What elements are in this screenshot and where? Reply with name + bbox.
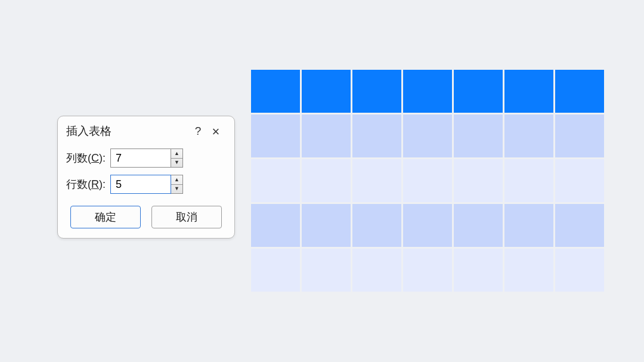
- table-row: [250, 248, 605, 293]
- table-cell: [504, 159, 555, 203]
- table-cell: [402, 69, 453, 114]
- table-cell: [453, 69, 504, 114]
- table-cell: [555, 159, 605, 203]
- table-cell: [250, 159, 301, 203]
- table-cell: [250, 203, 301, 248]
- rows-step-up[interactable]: ▲: [171, 175, 182, 185]
- columns-step-up[interactable]: ▲: [171, 149, 182, 159]
- table-cell: [250, 248, 301, 293]
- table-cell: [504, 248, 555, 293]
- help-icon[interactable]: ?: [189, 125, 207, 138]
- table-cell: [301, 114, 352, 159]
- table-cell: [301, 159, 352, 203]
- table-cell: [402, 248, 453, 293]
- table-cell: [301, 69, 352, 114]
- rows-spinner-buttons: ▲ ▼: [171, 175, 183, 194]
- table-cell: [504, 203, 555, 248]
- table-cell: [301, 203, 352, 248]
- cancel-button[interactable]: 取消: [151, 206, 222, 228]
- table-row: [250, 69, 605, 114]
- ok-button[interactable]: 确定: [70, 206, 141, 228]
- table-row: [250, 114, 605, 159]
- rows-input[interactable]: [110, 175, 171, 194]
- rows-step-down[interactable]: ▼: [171, 185, 182, 194]
- close-icon[interactable]: ×: [207, 126, 225, 137]
- table-cell: [250, 69, 301, 114]
- table-cell: [402, 114, 453, 159]
- table-cell: [352, 203, 402, 248]
- columns-input[interactable]: [110, 148, 171, 168]
- columns-row: 列数(C): ▲ ▼: [66, 148, 226, 168]
- table-cell: [555, 114, 605, 159]
- table-cell: [555, 69, 605, 114]
- table-cell: [402, 159, 453, 203]
- table-cell: [453, 159, 504, 203]
- table-preview: [249, 68, 606, 293]
- table-cell: [453, 203, 504, 248]
- insert-table-dialog: 插入表格 ? × 列数(C): ▲ ▼ 行数(R): ▲ ▼: [57, 116, 235, 239]
- dialog-buttons: 确定 取消: [58, 202, 234, 230]
- table-cell: [402, 203, 453, 248]
- table-cell: [352, 114, 402, 159]
- dialog-title: 插入表格: [66, 123, 189, 139]
- rows-label: 行数(R):: [66, 177, 110, 191]
- table-cell: [453, 248, 504, 293]
- table-cell: [504, 114, 555, 159]
- table-cell: [352, 69, 402, 114]
- table-row: [250, 203, 605, 248]
- rows-spinner: ▲ ▼: [110, 175, 183, 194]
- table-cell: [301, 248, 352, 293]
- columns-step-down[interactable]: ▼: [171, 159, 182, 168]
- table-cell: [504, 69, 555, 114]
- table-row: [250, 159, 605, 203]
- columns-label: 列数(C):: [66, 151, 110, 165]
- table-cell: [250, 114, 301, 159]
- dialog-titlebar[interactable]: 插入表格 ? ×: [58, 116, 234, 145]
- table-cell: [453, 114, 504, 159]
- table-cell: [555, 248, 605, 293]
- table-cell: [555, 203, 605, 248]
- table-cell: [352, 248, 402, 293]
- columns-spinner: ▲ ▼: [110, 148, 183, 168]
- dialog-body: 列数(C): ▲ ▼ 行数(R): ▲ ▼: [58, 145, 234, 202]
- rows-row: 行数(R): ▲ ▼: [66, 175, 226, 194]
- table-cell: [352, 159, 402, 203]
- columns-spinner-buttons: ▲ ▼: [171, 148, 183, 168]
